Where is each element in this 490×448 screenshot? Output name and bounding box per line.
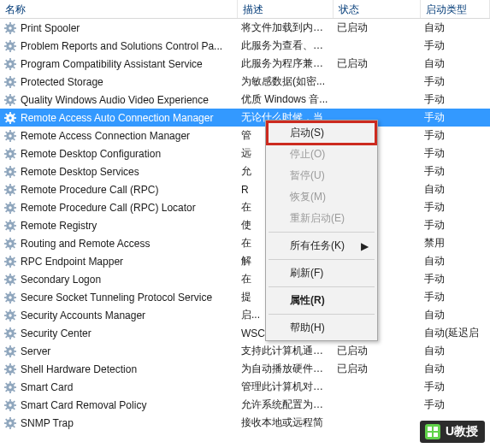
- service-desc: 此服务为程序兼容...: [238, 56, 334, 71]
- svg-rect-64: [14, 135, 16, 137]
- svg-rect-221: [9, 417, 11, 420]
- svg-rect-173: [4, 333, 7, 334]
- service-row[interactable]: Secondary Logon在手动: [0, 270, 490, 288]
- service-state: 已启动: [334, 56, 421, 71]
- service-row[interactable]: Remote Access Connection Manager管手动: [0, 127, 490, 144]
- gear-icon: [3, 309, 17, 322]
- service-desc: 允许系统配置为移...: [238, 398, 334, 412]
- svg-rect-143: [4, 279, 7, 280]
- service-name: SNMP Trap: [21, 417, 74, 429]
- service-row[interactable]: Print Spooler将文件加载到内存...已启动自动: [0, 19, 490, 37]
- service-name: Remote Desktop Configuration: [21, 148, 161, 160]
- svg-rect-104: [14, 207, 16, 209]
- svg-point-219: [9, 404, 12, 407]
- gear-icon: [3, 165, 17, 179]
- watermark-text: U教授: [446, 424, 478, 439]
- svg-rect-84: [14, 171, 16, 173]
- menu-help[interactable]: 帮助(H): [268, 317, 375, 339]
- svg-rect-212: [9, 409, 11, 411]
- gear-icon: [3, 416, 17, 430]
- col-state-header[interactable]: 状态: [334, 0, 421, 18]
- svg-rect-230: [425, 424, 440, 439]
- svg-rect-32: [9, 85, 11, 88]
- service-row[interactable]: Remote Desktop Configuration远手动: [0, 144, 490, 162]
- service-row[interactable]: Security CenterWSCSVC(Windo...已启动自动(延迟启: [0, 324, 490, 342]
- menu-properties[interactable]: 属性(R): [268, 290, 375, 311]
- service-desc: 为敏感数据(如密...: [238, 74, 334, 89]
- service-desc: 优质 Windows 音...: [238, 92, 334, 107]
- col-desc-header[interactable]: 描述: [238, 0, 334, 18]
- service-row[interactable]: Remote Procedure Call (RPC)R自动: [0, 180, 490, 198]
- service-name-cell: Remote Desktop Configuration: [0, 147, 238, 161]
- svg-rect-161: [9, 309, 11, 312]
- service-start-type: 手动: [421, 74, 490, 89]
- gear-icon: [3, 21, 17, 35]
- svg-rect-181: [9, 345, 11, 348]
- svg-rect-132: [9, 265, 11, 268]
- service-name: Security Accounts Manager: [21, 309, 145, 321]
- service-row[interactable]: Security Accounts Manager启...已启动自动: [0, 306, 490, 324]
- svg-rect-163: [4, 315, 7, 316]
- menu-all-tasks[interactable]: 所有任务(K) ▶: [268, 235, 375, 256]
- service-row[interactable]: Remote Access Auto Connection Manager无论什…: [0, 109, 490, 127]
- service-name-cell: Secure Socket Tunneling Protocol Service: [0, 291, 238, 304]
- gear-icon: [3, 147, 17, 161]
- service-name: Quality Windows Audio Video Experience: [21, 94, 209, 106]
- gear-icon: [3, 111, 17, 125]
- svg-rect-121: [9, 238, 11, 240]
- service-start-type: 手动: [421, 146, 490, 161]
- svg-rect-133: [4, 261, 7, 262]
- service-row[interactable]: Smart Card管理此计算机对智...手动: [0, 378, 490, 396]
- gear-icon: [3, 237, 17, 251]
- service-row[interactable]: Remote Registry使手动: [0, 216, 490, 234]
- service-desc: 管理此计算机对智...: [238, 380, 334, 394]
- svg-point-89: [9, 170, 12, 174]
- service-row[interactable]: Shell Hardware Detection为自动播放硬件事...已启动自动: [0, 360, 490, 378]
- svg-rect-33: [4, 81, 7, 83]
- service-name-cell: Secondary Logon: [0, 273, 238, 286]
- service-row[interactable]: Secure Socket Tunneling Protocol Service…: [0, 288, 490, 306]
- service-start-type: 手动: [421, 218, 490, 233]
- service-state: 已启动: [334, 362, 421, 376]
- service-row[interactable]: Remote Desktop Services允手动: [0, 162, 490, 180]
- svg-rect-31: [9, 76, 11, 79]
- service-row[interactable]: Smart Card Removal Policy允许系统配置为移...手动: [0, 396, 490, 414]
- service-name-cell: Remote Access Connection Manager: [0, 129, 238, 143]
- menu-start[interactable]: 启动(S): [268, 122, 375, 144]
- gear-icon: [3, 57, 17, 71]
- service-name: Secondary Logon: [21, 274, 101, 286]
- svg-point-9: [9, 27, 12, 30]
- svg-rect-223: [4, 422, 7, 424]
- col-start-header[interactable]: 启动类型: [421, 0, 490, 18]
- service-name-cell: SNMP Trap: [0, 416, 238, 430]
- svg-rect-54: [14, 117, 16, 119]
- service-row[interactable]: Routing and Remote Access在禁用: [0, 234, 490, 252]
- svg-point-159: [9, 296, 12, 299]
- menu-stop: 停止(O): [268, 144, 375, 165]
- svg-rect-3: [4, 27, 7, 29]
- service-row[interactable]: Remote Procedure Call (RPC) Locator在手动: [0, 198, 490, 216]
- gear-icon: [3, 93, 17, 107]
- svg-rect-214: [14, 404, 16, 406]
- svg-rect-21: [9, 58, 11, 61]
- menu-refresh[interactable]: 刷新(F): [268, 262, 375, 284]
- svg-rect-134: [14, 261, 16, 262]
- col-name-header[interactable]: 名称: [0, 0, 238, 18]
- svg-rect-232: [434, 427, 438, 431]
- svg-rect-174: [14, 333, 16, 334]
- service-name: Remote Access Auto Connection Manager: [21, 112, 213, 124]
- service-row[interactable]: Problem Reports and Solutions Control Pa…: [0, 37, 490, 55]
- svg-rect-191: [9, 363, 11, 366]
- svg-point-109: [9, 206, 12, 209]
- service-row[interactable]: SNMP Trap接收本地或远程简: [0, 414, 490, 432]
- svg-rect-1: [9, 22, 11, 25]
- service-row[interactable]: Quality Windows Audio Video Experience优质…: [0, 91, 490, 109]
- service-row[interactable]: RPC Endpoint Mapper解自动: [0, 252, 490, 270]
- svg-rect-182: [9, 355, 11, 357]
- svg-rect-194: [14, 368, 16, 370]
- menu-separator: [269, 232, 375, 233]
- service-start-type: 手动: [421, 110, 490, 125]
- service-row[interactable]: Server支持此计算机通过...已启动自动: [0, 342, 490, 360]
- service-row[interactable]: Protected Storage为敏感数据(如密...手动: [0, 73, 490, 91]
- service-row[interactable]: Program Compatibility Assistant Service此…: [0, 55, 490, 73]
